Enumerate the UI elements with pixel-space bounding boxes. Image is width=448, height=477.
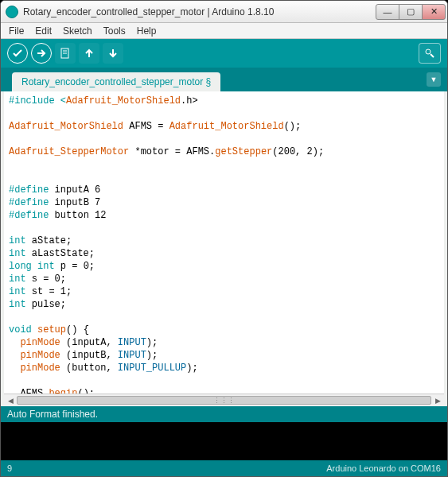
code-token: aLastState; — [26, 248, 95, 259]
new-button[interactable] — [55, 43, 76, 64]
menu-bar: File Edit Sketch Tools Help — [1, 23, 447, 39]
arrow-right-icon — [35, 47, 48, 60]
chevron-down-icon: ▼ — [430, 76, 438, 83]
code-token: INPUT — [118, 350, 146, 361]
menu-file[interactable]: File — [4, 24, 29, 38]
menu-tools[interactable]: Tools — [99, 24, 131, 38]
code-token: getStepper — [215, 146, 272, 157]
menu-edit[interactable]: Edit — [30, 24, 56, 38]
code-token: int — [9, 286, 26, 297]
verify-button[interactable] — [7, 43, 28, 64]
code-token: int — [9, 248, 26, 259]
upload-button[interactable] — [31, 43, 52, 64]
svg-line-4 — [430, 54, 434, 57]
code-token: Adafruit_MotorShield — [66, 95, 181, 107]
code-editor[interactable]: #include <Adafruit_MotorShield.h> Adafru… — [4, 91, 444, 394]
code-token: inputA 6 — [49, 184, 100, 196]
code-token: Adafruit_MotorShield — [9, 121, 123, 132]
code-token: long — [9, 261, 32, 272]
code-token: aState; — [26, 235, 72, 246]
toolbar — [1, 39, 447, 68]
code-token: button 12 — [49, 210, 106, 221]
menu-help[interactable]: Help — [132, 24, 162, 38]
arrow-up-icon — [83, 47, 95, 60]
horizontal-scrollbar[interactable]: ◀ ⋮⋮⋮ ▶ — [4, 394, 444, 406]
window-title: Rotary_encoder_controlled_stepper_motor … — [23, 6, 376, 17]
code-token: st = 1; — [26, 286, 72, 297]
tab-menu-button[interactable]: ▼ — [427, 72, 441, 87]
code-token: int — [32, 261, 55, 272]
code-token: Adafruit_StepperMotor — [9, 146, 129, 157]
code-token: (); — [284, 121, 302, 132]
code-token: pinMode — [20, 337, 60, 348]
code-token — [32, 324, 37, 335]
output-console[interactable] — [1, 422, 447, 460]
code-token: #define — [9, 184, 49, 196]
window-controls: — ▢ ✕ — [376, 4, 446, 20]
scrollbar-thumb[interactable]: ⋮⋮⋮ — [17, 396, 431, 405]
code-token: void — [9, 324, 32, 335]
line-number: 9 — [7, 463, 12, 473]
code-token: #include < — [9, 95, 66, 107]
code-token: setup — [37, 324, 66, 335]
code-token: (); — [77, 388, 95, 394]
code-token: (button, — [60, 363, 118, 374]
code-token: int — [9, 299, 26, 310]
code-token: pinMode — [20, 363, 60, 374]
arrow-down-icon — [107, 47, 119, 60]
file-new-icon — [59, 47, 72, 60]
code-token: ); — [186, 363, 197, 374]
code-token: (inputA, — [60, 337, 118, 348]
menu-sketch[interactable]: Sketch — [58, 24, 97, 38]
code-token: AFMS. — [9, 388, 49, 394]
board-port-label: Arduino Leonardo on COM16 — [326, 463, 441, 473]
app-window: Rotary_encoder_controlled_stepper_motor … — [0, 0, 448, 477]
footer-bar: 9 Arduino Leonardo on COM16 — [1, 460, 447, 476]
code-token: (200, 2); — [272, 146, 324, 157]
code-token: begin — [49, 388, 77, 394]
code-token: pinMode — [20, 350, 60, 361]
code-token: pulse; — [26, 299, 66, 310]
save-button[interactable] — [103, 43, 123, 64]
code-token: #define — [9, 210, 49, 221]
scroll-left-icon[interactable]: ◀ — [4, 394, 17, 406]
tab-strip: Rotary_encoder_controlled_stepper_motor … — [1, 68, 447, 91]
scroll-right-icon[interactable]: ▶ — [431, 394, 444, 406]
minimize-button[interactable]: — — [376, 4, 399, 20]
close-button[interactable]: ✕ — [422, 4, 446, 20]
code-token: p = 0; — [55, 261, 95, 272]
arduino-logo-icon — [6, 6, 18, 18]
status-message: Auto Format finished. — [7, 409, 98, 420]
tab-sketch[interactable]: Rotary_encoder_controlled_stepper_motor … — [12, 72, 220, 91]
code-token: Adafruit_MotorShield — [169, 121, 284, 132]
code-token: ); — [146, 337, 158, 348]
editor-area: #include <Adafruit_MotorShield.h> Adafru… — [1, 91, 447, 406]
serial-monitor-button[interactable] — [419, 43, 441, 64]
code-token: #define — [9, 197, 49, 208]
code-token: (inputB, — [60, 350, 118, 361]
code-token: () { — [66, 324, 89, 335]
code-token: INPUT_PULLUP — [118, 363, 186, 374]
code-token: AFMS = — [123, 121, 169, 132]
code-token: int — [9, 273, 26, 285]
svg-point-3 — [426, 49, 430, 54]
title-bar[interactable]: Rotary_encoder_controlled_stepper_motor … — [1, 1, 447, 23]
check-icon — [11, 47, 24, 60]
code-token: inputB 7 — [49, 197, 100, 208]
status-bar: Auto Format finished. — [1, 406, 447, 422]
code-token — [9, 363, 20, 374]
code-token: ); — [146, 350, 158, 361]
code-token: .h> — [181, 95, 198, 107]
code-token: int — [9, 235, 26, 246]
code-token: *motor = AFMS. — [129, 146, 215, 157]
maximize-button[interactable]: ▢ — [399, 4, 423, 20]
code-token — [9, 350, 20, 361]
code-token: s = 0; — [26, 273, 66, 285]
serial-monitor-icon — [423, 47, 436, 60]
code-token: INPUT — [118, 337, 146, 348]
code-token — [9, 337, 20, 348]
open-button[interactable] — [79, 43, 99, 64]
